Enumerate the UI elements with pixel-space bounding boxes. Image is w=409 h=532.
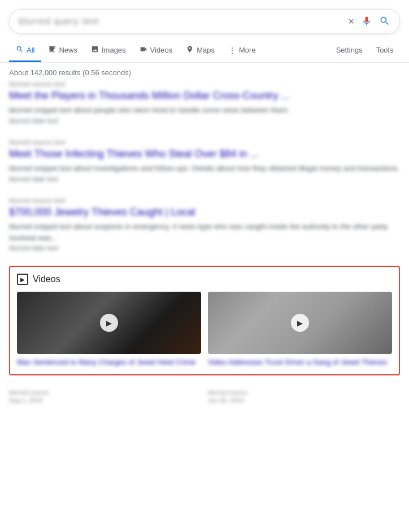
tab-maps-label: Maps (197, 46, 215, 54)
video-label: Video Addresses Truck Driver a Gang of J… (208, 357, 392, 367)
news-icon (48, 45, 56, 55)
clear-icon[interactable]: × (348, 16, 354, 28)
bottom-cards: blurred source Aug 1, 2019 blurred sourc… (0, 384, 409, 408)
video-label: Man Sentenced to Many Charges of Jewel H… (17, 357, 201, 367)
tools-label: Tools (376, 46, 393, 54)
tab-images-label: Images (102, 46, 126, 54)
play-button[interactable]: ▶ (291, 314, 309, 332)
tools-tab[interactable]: Tools (369, 40, 400, 62)
play-icon: ▶ (20, 276, 25, 283)
bottom-card: blurred source Jun 30, 2019 (208, 384, 400, 408)
result-date: blurred date text (9, 244, 400, 252)
bottom-card-source: blurred source (208, 389, 400, 396)
videos-header: ▶ Videos (17, 274, 392, 285)
result-source: blurred source text (9, 80, 400, 88)
video-thumbnails: ▶ Man Sentenced to Many Charges of Jewel… (17, 292, 392, 367)
tab-all-label: All (27, 46, 34, 54)
more-icon: ⋮ (228, 46, 236, 55)
tab-videos-label: Videos (150, 46, 173, 54)
result-item: blurred source text Meet Those Infecting… (9, 139, 400, 183)
result-date: blurred date text (9, 117, 400, 125)
play-button[interactable]: ▶ (100, 314, 118, 332)
result-snippet: blurred snippet text about investigation… (9, 163, 400, 174)
result-title[interactable]: Meet Those Infecting Thieves Who Steal O… (9, 148, 400, 161)
video-thumbnail[interactable]: ▶ (17, 292, 201, 354)
all-icon (16, 45, 24, 55)
videos-title: Videos (33, 274, 60, 284)
tab-news-label: News (59, 46, 77, 54)
search-icons: × (348, 15, 390, 28)
results-count: About 142,000 results (0.56 seconds) (0, 63, 409, 80)
video-thumbnail[interactable]: ▶ (208, 292, 392, 354)
result-link[interactable]: Meet the Players in Thousands Million Do… (9, 90, 290, 101)
maps-icon (186, 45, 194, 55)
result-title[interactable]: $700,000 Jewelry Thieves Caught | Local (9, 206, 400, 219)
settings-tab[interactable]: Settings (329, 40, 369, 62)
result-item: blurred source text Meet the Players in … (9, 80, 400, 125)
video-card[interactable]: ▶ Video Addresses Truck Driver a Gang of… (208, 292, 392, 367)
results-area: blurred source text Meet the Players in … (0, 80, 409, 375)
tab-news[interactable]: News (41, 40, 84, 62)
mic-icon[interactable] (361, 15, 372, 28)
videos-icon (140, 45, 147, 55)
count-text: About 142,000 results (0.56 seconds) (9, 68, 131, 77)
nav-tabs: All News Images Videos Maps ⋮ More Setti… (0, 40, 409, 63)
nav-right: Settings Tools (329, 40, 400, 62)
tab-maps[interactable]: Maps (179, 40, 221, 62)
video-card[interactable]: ▶ Man Sentenced to Many Charges of Jewel… (17, 292, 201, 367)
result-link[interactable]: $700,000 Jewelry Thieves Caught | Local (9, 206, 195, 218)
tab-more-label: More (239, 46, 256, 54)
tab-all[interactable]: All (9, 40, 41, 62)
videos-section: ▶ Videos ▶ Man Sentenced to Many Charges… (9, 266, 400, 375)
images-icon (91, 45, 99, 55)
bottom-card-date: Aug 1, 2019 (9, 397, 201, 404)
tab-images[interactable]: Images (84, 40, 133, 62)
result-source: blurred source text (9, 197, 400, 205)
search-bar-container: × (0, 0, 409, 40)
search-bar[interactable]: × (9, 9, 400, 34)
result-snippet: blurred snippet text about suspects in e… (9, 221, 400, 243)
bottom-card-source: blurred source (9, 389, 201, 396)
tab-more[interactable]: ⋮ More (221, 40, 263, 62)
result-source: blurred source text (9, 139, 400, 146)
settings-label: Settings (336, 46, 363, 54)
video-section-icon: ▶ (17, 274, 28, 285)
result-date: blurred date text (9, 175, 400, 183)
tab-videos[interactable]: Videos (133, 40, 180, 62)
search-icon[interactable] (379, 15, 390, 28)
result-item: blurred source text $700,000 Jewelry Thi… (9, 197, 400, 252)
bottom-card: blurred source Aug 1, 2019 (9, 384, 201, 408)
bottom-card-date: Jun 30, 2019 (208, 397, 400, 404)
search-input[interactable] (19, 16, 343, 27)
result-link[interactable]: Meet Those Infecting Thieves Who Steal O… (9, 148, 259, 159)
result-snippet: blurred snippet text about people who we… (9, 105, 400, 116)
result-title[interactable]: Meet the Players in Thousands Million Do… (9, 89, 400, 102)
